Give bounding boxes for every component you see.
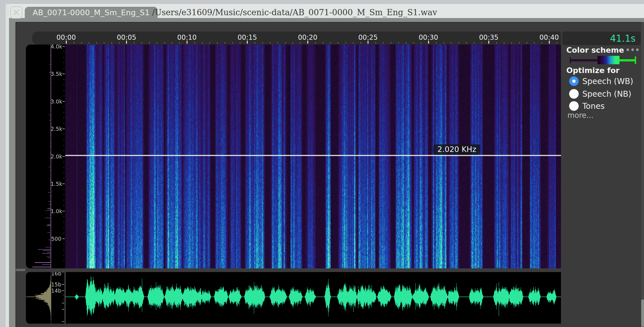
radio-tones[interactable]: Tones	[569, 100, 605, 112]
spectrogram-panel: 4.0k3.5k3.0k2.5k2.0k1.5k1.0k500	[26, 45, 561, 268]
color-scheme-menu-button[interactable]	[627, 48, 639, 51]
spectrogram-canvas[interactable]	[65, 45, 561, 268]
bit-tick	[62, 321, 64, 322]
window-edge	[6, 4, 9, 327]
slider-low-track	[570, 59, 598, 61]
timeline-major-tick	[247, 41, 248, 44]
timeline-minor-tick	[194, 42, 195, 43]
timeline-minor-tick	[330, 42, 331, 43]
bit-minor-tick	[63, 299, 64, 299]
timeline-minor-tick	[391, 42, 391, 43]
timeline-tick-label: 00:40	[536, 34, 561, 41]
timeline-minor-tick	[444, 42, 444, 43]
timeline-minor-tick	[436, 42, 437, 43]
timeline-minor-tick	[232, 42, 233, 43]
timeline-minor-tick	[96, 42, 97, 43]
timeline-minor-tick	[361, 42, 361, 43]
panel-splitter[interactable]	[16, 269, 25, 271]
timeline-minor-tick	[202, 42, 203, 43]
timeline-minor-tick	[104, 42, 104, 43]
freq-minor-tick	[64, 206, 64, 206]
timeline-major-tick	[187, 41, 187, 44]
timeline-tick-label: 00:05	[114, 34, 139, 41]
timeline-major-tick	[368, 41, 368, 44]
scrollbar-track[interactable]	[641, 22, 644, 327]
timeline-minor-tick	[149, 42, 150, 43]
timeline-minor-tick	[451, 42, 451, 43]
tab-active[interactable]: AB_0071-0000_M_Sm_Eng_S1	[25, 7, 158, 18]
freq-tick-label: 1.5k	[51, 181, 61, 187]
freq-minor-tick	[64, 96, 64, 96]
bit-tick	[62, 303, 64, 303]
freq-minor-tick	[64, 189, 64, 189]
timeline-minor-tick	[353, 42, 354, 43]
slider-right-cap	[635, 56, 636, 64]
timeline-minor-tick	[89, 42, 89, 43]
freq-minor-tick	[64, 118, 64, 118]
timeline-minor-tick	[225, 42, 225, 43]
freq-tick-label: 2.0k	[51, 153, 61, 160]
freq-tick	[62, 101, 65, 102]
freq-tick	[62, 184, 65, 184]
timeline-tick-label: 00:25	[355, 34, 381, 41]
waveform-canvas[interactable]	[65, 272, 561, 324]
colormap-slider[interactable]	[569, 55, 637, 65]
timeline-minor-tick	[406, 42, 406, 43]
freq-tick	[62, 238, 65, 239]
colormap-gradient-handle[interactable]	[598, 56, 620, 64]
radio-selected-icon[interactable]	[569, 76, 579, 86]
bit-tick-label: 15b	[51, 281, 61, 288]
timeline-minor-tick	[111, 42, 112, 43]
freq-minor-tick	[64, 216, 64, 217]
timeline-minor-tick	[292, 42, 293, 43]
radio-label: Speech (NB)	[582, 89, 631, 99]
amplitude-histogram[interactable]	[26, 272, 51, 324]
freq-minor-tick	[64, 178, 64, 178]
more-link[interactable]: more...	[567, 111, 593, 120]
timeline-minor-tick	[270, 42, 270, 43]
freq-tick-label: 4.0k	[51, 45, 61, 50]
bit-tick-label: 16b	[51, 272, 61, 277]
timeline-tick-label: 00:10	[174, 34, 200, 41]
freq-minor-tick	[64, 167, 64, 167]
timeline-minor-tick	[527, 42, 527, 43]
frequency-cursor-label: 2.020 KHz	[433, 144, 480, 155]
freq-tick-label: 1.0k	[51, 208, 61, 214]
bit-tick	[62, 284, 64, 285]
radio-unselected-icon[interactable]	[569, 89, 579, 99]
radio-dot	[572, 79, 576, 83]
freq-minor-tick	[64, 260, 64, 261]
freq-minor-tick	[64, 90, 64, 91]
freq-tick	[62, 211, 65, 211]
file-path: /Users/e31609/Music/scenic-data/AB_0071-…	[152, 6, 437, 18]
tab-title: AB_0071-0000_M_Sm_Eng_S1	[33, 8, 150, 17]
spectrum-overview[interactable]	[26, 45, 51, 268]
freq-minor-tick	[64, 233, 64, 233]
scrollbar-thumb[interactable]	[641, 299, 644, 327]
freq-minor-tick	[64, 79, 64, 80]
timeline-minor-tick	[511, 42, 512, 43]
timeline-minor-tick	[542, 42, 542, 43]
radio-unselected-icon[interactable]	[569, 101, 579, 111]
freq-minor-tick	[64, 57, 64, 58]
radio-speech-nb[interactable]: Speech (NB)	[569, 88, 631, 100]
ellipsis-icon	[631, 48, 634, 51]
freq-minor-tick	[64, 112, 64, 113]
freq-minor-tick	[64, 107, 64, 107]
frequency-cursor-line[interactable]	[65, 155, 561, 156]
bit-minor-tick	[63, 300, 64, 301]
timeline-minor-tick	[81, 42, 82, 43]
bit-minor-tick	[63, 295, 64, 296]
freq-minor-tick	[64, 244, 64, 244]
bit-tick-label: 14b	[51, 288, 61, 294]
timeline-minor-tick	[323, 42, 323, 43]
freq-minor-tick	[64, 227, 64, 228]
timeline-major-tick	[488, 41, 489, 44]
close-tab-button[interactable]	[10, 6, 23, 19]
timeline-minor-tick	[300, 42, 301, 43]
freq-minor-tick	[64, 145, 64, 146]
radio-speech-wb[interactable]: Speech (WB)	[569, 76, 633, 87]
freq-minor-tick	[64, 140, 64, 140]
freq-tick	[62, 129, 65, 129]
timeline-ruler[interactable]: 00:0000:0500:1000:1500:2000:2500:3000:35…	[32, 32, 561, 45]
